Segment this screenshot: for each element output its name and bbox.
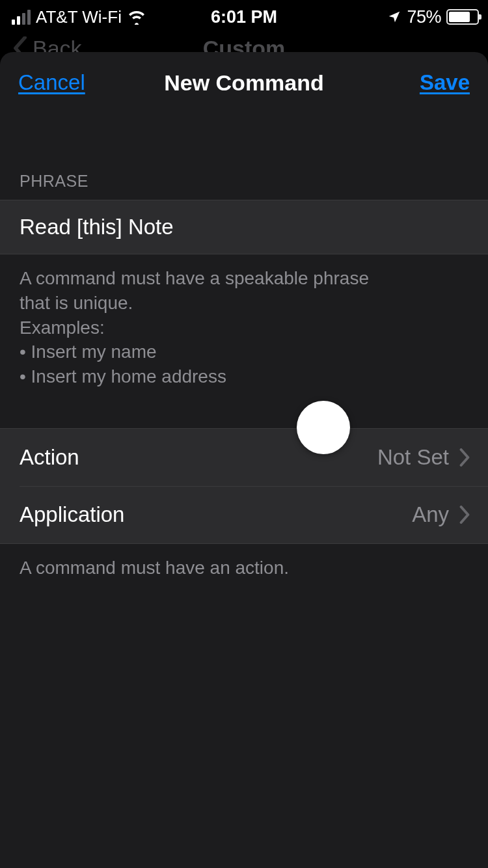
action-value: Not Set	[377, 445, 449, 470]
application-value: Any	[412, 502, 449, 527]
phrase-section-header: PHRASE	[0, 172, 488, 200]
cancel-button[interactable]: Cancel	[18, 70, 85, 95]
status-left: AT&T Wi-Fi	[12, 7, 146, 27]
location-icon	[387, 10, 401, 24]
phrase-footer-note: A command must have a speakable phrase t…	[0, 254, 416, 401]
status-time: 6:01 PM	[211, 7, 277, 27]
battery-icon	[446, 9, 479, 25]
action-row[interactable]: Action Not Set	[0, 429, 488, 486]
phrase-input[interactable]	[20, 215, 468, 239]
carrier-label: AT&T Wi-Fi	[36, 7, 122, 27]
settings-cell-group: Action Not Set Application Any	[0, 428, 488, 544]
cellular-signal-icon	[12, 10, 31, 25]
modal-header: Cancel New Command Save	[0, 52, 488, 113]
new-command-sheet: Cancel New Command Save PHRASE A command…	[0, 52, 488, 868]
chevron-right-icon	[459, 506, 470, 524]
application-row[interactable]: Application Any	[0, 486, 488, 543]
phrase-input-cell[interactable]	[0, 200, 488, 254]
action-label: Action	[20, 445, 79, 470]
status-right: 75%	[387, 7, 479, 27]
application-label: Application	[20, 502, 124, 527]
wifi-icon	[127, 9, 146, 25]
modal-title: New Command	[164, 70, 324, 96]
battery-percent: 75%	[407, 7, 441, 27]
phrase-cell-group	[0, 200, 488, 254]
save-button[interactable]: Save	[420, 70, 470, 95]
assistive-touch-button[interactable]	[297, 401, 350, 454]
status-bar: AT&T Wi-Fi 6:01 PM 75%	[0, 0, 488, 29]
chevron-right-icon	[459, 448, 470, 467]
settings-footer-note: A command must have an action.	[0, 544, 416, 592]
